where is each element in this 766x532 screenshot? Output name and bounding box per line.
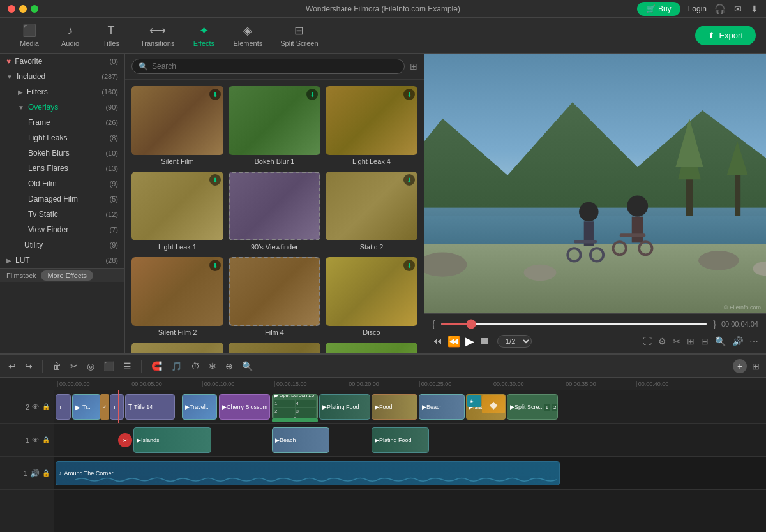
close-button[interactable]	[8, 5, 15, 13]
sidebar-subitem-lightleaks[interactable]: Light Leaks (8)	[0, 130, 124, 145]
split-audio-button[interactable]: ☰	[121, 359, 133, 373]
toolbar-media[interactable]: ⬛ Media	[10, 20, 49, 51]
clip-t2[interactable]: T	[110, 394, 124, 420]
download-icon-disco[interactable]: ⬇	[403, 260, 415, 271]
clip-teal-small[interactable]: ◈	[467, 395, 481, 407]
eye-icon-2[interactable]: 👁	[32, 403, 40, 411]
toolbar-titles[interactable]: T Titles	[92, 20, 130, 51]
cut-button[interactable]: ✂	[68, 359, 80, 373]
clip-title-14[interactable]: TTitle 14	[125, 394, 175, 420]
effect-90s-viewfinder[interactable]: 90's Viewfinder	[229, 172, 320, 252]
download-icon-silent-film[interactable]: ⬇	[209, 89, 221, 100]
clip-split-screen-end[interactable]: ▶Split Scre.. 1 2	[507, 394, 558, 420]
sidebar-item-favorite[interactable]: ♥ Favorite (0)	[0, 54, 124, 69]
effect-vhs-distortion-bad[interactable]: VHS Distortion Bad	[326, 343, 417, 353]
lock-icon-audio[interactable]: 🔒	[42, 469, 50, 477]
transition-1[interactable]: ⤢	[100, 394, 109, 420]
sidebar-subitem-oldfilm[interactable]: Old Film (9)	[0, 176, 124, 191]
frame-back-button[interactable]: ⏪	[447, 336, 460, 348]
add-track-button[interactable]: +	[733, 359, 747, 373]
lock-icon-1[interactable]: 🔒	[42, 436, 50, 443]
more-effects-button[interactable]: More Effects	[41, 270, 93, 281]
audio-detach-button[interactable]: 🎵	[169, 359, 184, 373]
effect-sparkle[interactable]: Sparkle	[131, 343, 223, 353]
sidebar-subitem-damagedfilm[interactable]: Damaged Film (5)	[0, 191, 124, 207]
playback-rate-select[interactable]: 1/2 1/4 1 2	[497, 335, 532, 348]
clip-food[interactable]: ▶Food	[372, 394, 417, 420]
maximize-button[interactable]	[31, 5, 38, 13]
clip-audio-around-corner[interactable]: ♪ Around The Corner	[56, 461, 560, 485]
sidebar-item-filters[interactable]: ▶ Filters (160)	[0, 84, 124, 100]
clip-split-screen-26[interactable]: ▶Split Screen 26 1 4 2 3 5	[272, 394, 318, 420]
clip-beach-track1[interactable]: ▶Beach	[272, 427, 329, 453]
clip-travel-2[interactable]: ▶Travel..	[182, 394, 217, 420]
effect-extremely-dirty-film[interactable]: Extremely Dirty Film	[229, 343, 320, 353]
crop-timeline-button[interactable]: ⬛	[101, 359, 116, 373]
buy-button[interactable]: 🛒 Buy	[637, 2, 680, 16]
grid-view-button[interactable]: ⊞	[410, 61, 417, 71]
undo-button[interactable]: ↩	[6, 359, 18, 373]
merge-button[interactable]: ⊕	[223, 359, 235, 373]
speed-button[interactable]: ⏱	[189, 359, 202, 373]
search-input[interactable]	[152, 62, 398, 71]
download-icon-lightleak4[interactable]: ⬇	[403, 89, 415, 100]
copy-button[interactable]: ◎	[85, 359, 96, 373]
mail-icon[interactable]: ✉	[734, 4, 742, 14]
sidebar-item-overlays[interactable]: ▼ Overlays (90)	[0, 100, 124, 115]
zoom-out-button[interactable]: 🔍	[240, 359, 255, 373]
preview-scrubber[interactable]	[440, 323, 709, 325]
toolbar-transitions[interactable]: ⟷ Transitions	[133, 20, 182, 51]
effect-film-4[interactable]: Film 4	[229, 257, 320, 337]
effect-silent-film[interactable]: ⬇ Silent Film	[131, 86, 223, 166]
layout-icon[interactable]: ⊞	[687, 336, 695, 346]
sidebar-subitem-tvstatic[interactable]: Tv Static (12)	[0, 207, 124, 222]
fullscreen-icon[interactable]: ⛶	[643, 336, 652, 346]
more-icon[interactable]: ⋯	[749, 336, 758, 346]
download-icon-lightleak1[interactable]: ⬇	[209, 174, 221, 186]
effect-static-2[interactable]: ⬇ Static 2	[326, 172, 417, 252]
sidebar-item-lut[interactable]: ▶ LUT (28)	[0, 253, 124, 268]
effect-bokeh-blur-1[interactable]: ⬇ Bokeh Blur 1	[229, 86, 320, 166]
clip-beach[interactable]: ▶Beach	[419, 394, 465, 420]
effect-disco[interactable]: ⬇ Disco	[326, 257, 417, 337]
sidebar-subitem-bokehblurs[interactable]: Bokeh Blurs (10)	[0, 145, 124, 161]
toolbar-elements[interactable]: ◈ Elements	[225, 20, 270, 51]
toolbar-effects[interactable]: ✦ Effects	[184, 20, 223, 51]
stop-button[interactable]: ⏹	[479, 336, 490, 347]
skip-back-button[interactable]: ⏮	[432, 336, 442, 347]
clip-travel-1[interactable]: ▶Tr..	[72, 394, 101, 420]
volume-icon[interactable]: 🔊	[732, 336, 743, 346]
effect-light-leak-1[interactable]: ⬇ Light Leak 1	[131, 172, 223, 252]
download-icon-static2[interactable]: ⬇	[403, 174, 415, 186]
magnet-button[interactable]: 🧲	[149, 359, 164, 373]
sidebar-item-included[interactable]: ▼ Included (287)	[0, 69, 124, 84]
timeline-grid-button[interactable]: ⊞	[752, 361, 760, 371]
clip-cherry-blossom[interactable]: ▶Cherry Blossom	[219, 394, 270, 420]
toolbar-audio[interactable]: ♪ Audio	[51, 20, 89, 51]
effect-light-leak-4[interactable]: ⬇ Light Leak 4	[326, 86, 417, 166]
clip-diamond[interactable]: ◆	[482, 395, 505, 413]
effect-silent-film-2[interactable]: ⬇ Silent Film 2	[131, 257, 223, 337]
download-icon-silentfilm2[interactable]: ⬇	[209, 260, 221, 271]
clip-t1[interactable]: T	[56, 394, 71, 420]
sidebar-subitem-viewfinder[interactable]: View Finder (7)	[0, 222, 124, 237]
clip-plating-food-track1[interactable]: ▶Plating Food	[372, 427, 429, 453]
export-button[interactable]: ⬆ Export	[695, 26, 756, 45]
login-button[interactable]: Login	[688, 4, 707, 13]
crop-icon[interactable]: ✂	[673, 336, 680, 346]
sidebar-subitem-lensflares[interactable]: Lens Flares (13)	[0, 161, 124, 176]
sidebar-item-utility[interactable]: Utility (9)	[0, 237, 124, 253]
clip-plating-food[interactable]: ▶Plating Food	[319, 394, 370, 420]
clip-islands-track1[interactable]: ▶Islands	[133, 427, 211, 453]
audio-icon-track[interactable]: 🔊	[30, 469, 40, 478]
compare-icon[interactable]: ⊟	[701, 336, 709, 346]
settings-icon[interactable]: ⚙	[658, 336, 666, 346]
download-icon-bokeh[interactable]: ⬇	[306, 89, 318, 100]
headset-icon[interactable]: 🎧	[714, 4, 725, 14]
freeze-button[interactable]: ❄	[207, 359, 218, 373]
eye-icon-1[interactable]: 👁	[32, 436, 40, 445]
lock-icon-2[interactable]: 🔒	[42, 403, 50, 410]
minimize-button[interactable]	[19, 5, 27, 13]
cut-marker[interactable]: ✂	[118, 433, 132, 447]
play-button[interactable]: ▶	[465, 334, 474, 348]
